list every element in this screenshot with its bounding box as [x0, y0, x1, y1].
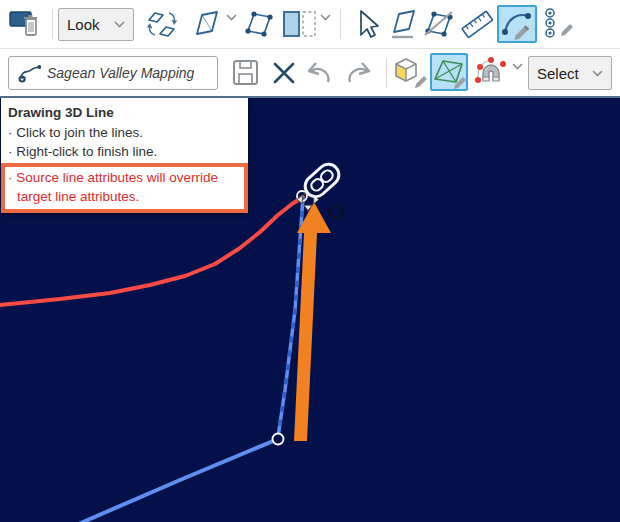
draw-curve-icon — [500, 7, 534, 41]
snapping-dropdown-chevron[interactable] — [510, 63, 524, 83]
discard-edits-button[interactable] — [8, 6, 44, 42]
line-name-field[interactable]: Sagean Valley Mapping — [8, 56, 218, 90]
line-name-value: Sagean Valley Mapping — [47, 65, 194, 81]
discard-button[interactable] — [266, 55, 302, 91]
snapping-magnet-icon — [472, 57, 508, 89]
draw-curve-button-active[interactable] — [497, 5, 537, 43]
lower-vertex-handle[interactable] — [273, 434, 284, 445]
chevron-down-icon — [114, 21, 125, 28]
application-window: Look — [0, 0, 620, 522]
select-cursor-icon — [349, 8, 381, 40]
modify-vertices-icon — [423, 8, 455, 40]
chevron-down-icon — [512, 63, 523, 70]
toolbar-separator — [340, 9, 341, 39]
fill-template-dropdown-chevron[interactable] — [318, 14, 332, 34]
reshape-line-button[interactable] — [187, 6, 223, 42]
toolbar-main: Look — [0, 0, 620, 49]
chevron-down-icon — [592, 70, 603, 77]
fill-template-icon — [282, 8, 320, 40]
tooltip-title: Drawing 3D Line — [1, 98, 248, 123]
edit-vertices-icon — [243, 8, 275, 40]
edit-tin-surface-icon — [432, 55, 466, 89]
tooltip-instruction: · Right-click to finish line. — [1, 142, 248, 161]
tooltip-warning: · Source line attributes will override t… — [1, 163, 248, 213]
tooltip-instruction: · Click to join the lines. — [1, 123, 248, 142]
undo-icon — [301, 58, 335, 88]
redo-icon — [343, 58, 377, 88]
chevron-down-icon — [320, 14, 331, 21]
edit-3d-button[interactable] — [392, 55, 428, 91]
measure-ruler-button[interactable] — [459, 6, 495, 42]
toolbar-edit: Sagean Valley Mapping — [0, 49, 620, 96]
redo-button[interactable] — [342, 55, 378, 91]
toolbar-separator — [52, 9, 53, 39]
fill-template-button[interactable] — [281, 6, 321, 42]
exchange-features-button[interactable] — [144, 6, 180, 42]
snapping-button[interactable] — [472, 55, 508, 91]
chevron-down-icon — [226, 14, 237, 21]
edit-tin-button-active[interactable] — [430, 53, 468, 91]
discard-edits-icon — [9, 8, 43, 40]
modify-vertices-button[interactable] — [421, 6, 457, 42]
tooltip-warning-line2: target line attributes. — [8, 187, 242, 206]
toolbar-separator — [386, 58, 387, 88]
select-dropdown-label: Select — [537, 65, 579, 82]
draw-line-button[interactable] — [385, 6, 421, 42]
tooltip-warning-line1: · Source line attributes will override — [8, 168, 242, 187]
look-dropdown-label: Look — [67, 16, 100, 33]
draw-line-icon — [387, 8, 419, 40]
undo-button[interactable] — [300, 55, 336, 91]
draw-points-button[interactable] — [541, 6, 577, 42]
reshape-line-icon — [189, 8, 221, 40]
reshape-dropdown-chevron[interactable] — [224, 14, 238, 34]
save-button[interactable] — [228, 55, 264, 91]
edit-vertices-button[interactable] — [241, 6, 277, 42]
measure-ruler-icon — [460, 7, 494, 41]
map-canvas[interactable]: Drawing 3D Line · Click to join the line… — [0, 96, 620, 522]
draw-points-icon — [542, 7, 576, 41]
edit-3d-cube-icon — [392, 56, 428, 90]
discard-x-icon — [269, 58, 299, 88]
look-dropdown[interactable]: Look — [58, 8, 134, 41]
select-dropdown[interactable]: Select — [528, 56, 612, 90]
exchange-features-icon — [146, 8, 178, 40]
drawing-tooltip: Drawing 3D Line · Click to join the line… — [1, 98, 248, 213]
select-cursor-button[interactable] — [347, 6, 383, 42]
line-name-curve-icon — [17, 61, 41, 85]
save-icon — [230, 57, 262, 89]
